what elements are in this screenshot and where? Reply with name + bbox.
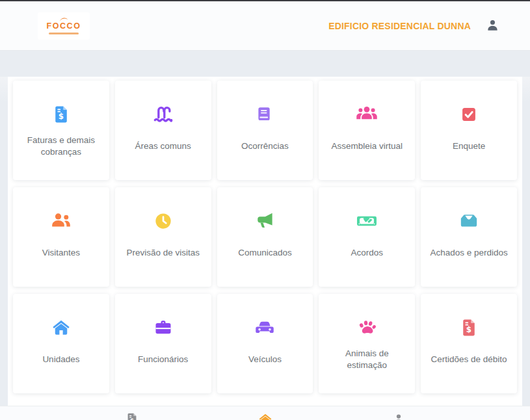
tile-unidades[interactable]: Unidades [13,294,109,393]
home-icon [51,315,71,340]
tile-acordos[interactable]: Acordos [319,187,415,287]
tile-label: Visitantes [42,239,80,267]
pool-ladder-icon [152,102,175,127]
tile-enquete[interactable]: Enquete [421,81,517,180]
tile-label: Certidões de débito [431,346,507,373]
tile-label: Enquete [453,133,485,160]
header-right-group: EDIFICIO RESIDENCIAL DUNNA [328,18,501,34]
tile-label: Achados e perdidos [430,239,507,267]
tile-label: Animais de estimação [325,346,409,373]
tile-label: Faturas e demais cobranças [19,133,103,160]
tile-previsao-de-visitas[interactable]: Previsão de visitas [115,187,211,287]
tile-label: Áreas comuns [135,133,191,160]
tile-certidoes-de-debito[interactable]: Certidões de débito [421,294,517,393]
focco-logo[interactable]: FOCCO [38,12,90,40]
tile-areas-comuns[interactable]: Áreas comuns [115,81,211,180]
megaphone-icon [254,209,276,233]
tile-veiculos[interactable]: Veículos [217,294,313,393]
tile-achados-e-perdidos[interactable]: Achados e perdidos [421,187,517,287]
tile-label: Previsão de visitas [126,239,200,267]
bottom-navigation: Faturas Início Meu perfil [0,406,530,420]
nav-item-meu-perfil[interactable]: Meu perfil [360,412,438,420]
tile-funcionarios[interactable]: Funcionários [115,294,211,393]
tile-label: Acordos [351,239,384,267]
clock-icon [153,209,173,233]
tile-label: Unidades [42,346,79,373]
tile-label: Veículos [248,346,282,373]
home-icon [258,412,272,420]
bottom-nav-inner: Faturas Início Meu perfil [93,406,438,420]
logo-tagline-bar [49,33,79,34]
nav-item-inicio[interactable]: Início [226,412,304,420]
app-header: FOCCO EDIFICIO RESIDENCIAL DUNNA [0,1,530,51]
handshake-icon [355,209,378,233]
main-area: Faturas e demais cobranças Áreas comuns … [0,77,530,420]
user-icon [391,412,406,420]
tile-animais-de-estimacao[interactable]: Animais de estimação [319,294,415,393]
tile-comunicados[interactable]: Comunicados [217,187,313,287]
logo-text: FOCCO [46,22,81,31]
tile-visitantes[interactable]: Visitantes [13,187,109,287]
briefcase-icon [153,315,173,340]
building-name: EDIFICIO RESIDENCIAL DUNNA [328,21,471,31]
book-icon [255,102,274,127]
invoice-dollar-icon [459,315,479,340]
tile-ocorrencias[interactable]: Ocorrências [217,81,313,180]
tile-faturas-e-demais-cobrancas[interactable]: Faturas e demais cobranças [13,81,109,180]
tile-label: Funcionários [138,346,188,373]
invoice-dollar-icon [51,102,71,127]
user-icon[interactable] [484,18,501,34]
invoice-dollar-icon [125,412,139,420]
tile-label: Comunicados [238,239,292,267]
tile-label: Ocorrências [241,133,289,160]
check-square-icon [460,102,478,127]
tile-label: Assembleia virtual [332,133,403,160]
paw-icon [356,315,378,340]
tile-grid: Faturas e demais cobranças Áreas comuns … [8,77,522,397]
users-group-icon [355,102,378,127]
nav-item-faturas[interactable]: Faturas [93,412,171,420]
tile-assembleia-virtual[interactable]: Assembleia virtual [319,81,415,180]
inbox-tray-icon [458,209,480,233]
two-users-icon [49,209,73,233]
content-panel: Faturas e demais cobranças Áreas comuns … [8,77,522,420]
car-icon [254,315,276,340]
